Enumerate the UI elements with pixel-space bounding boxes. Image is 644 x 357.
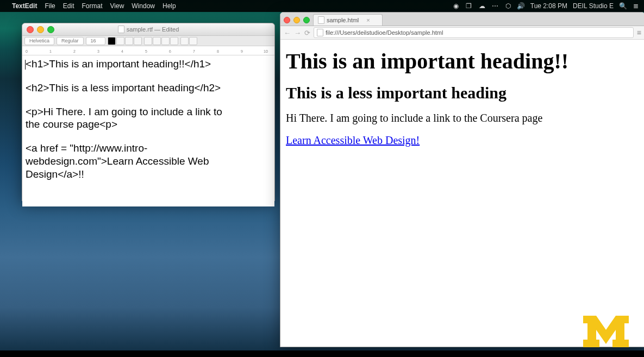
menu-edit[interactable]: Edit [63, 2, 74, 10]
dots-icon[interactable]: ⋯ [491, 2, 499, 10]
code-line: <h2>This is a less important heading</h2… [26, 82, 271, 95]
browser-tab[interactable]: sample.html × [313, 14, 383, 26]
bold-button[interactable] [116, 37, 124, 45]
browser-toolbar: ← → ⟳ file:///Users/deilstudioe/Desktop/… [280, 26, 644, 40]
close-icon[interactable] [284, 17, 290, 23]
code-line: <p>Hi There. I am going to include a lin… [26, 105, 271, 118]
menubar-clock[interactable]: Tue 2:08 PM [530, 2, 567, 10]
menubar-app-name[interactable]: TextEdit [12, 2, 37, 10]
notification-center-icon[interactable]: ≣ [632, 2, 640, 10]
underline-button[interactable] [134, 37, 142, 45]
font-size-select[interactable]: 16 [86, 37, 105, 45]
code-line: <h1>This is an important heading!!</h1> [26, 58, 211, 70]
align-left-button[interactable] [144, 37, 152, 45]
textedit-body[interactable]: <h1>This is an important heading!!</h1> … [22, 55, 274, 206]
zoom-icon[interactable] [303, 17, 310, 23]
page-icon [318, 16, 324, 24]
bottom-edge [0, 350, 644, 357]
spotlight-icon[interactable]: 🔍 [619, 2, 627, 10]
textedit-titlebar[interactable]: sample.rtf — Edited [22, 23, 274, 36]
dropbox-icon[interactable]: ⬡ [504, 2, 512, 10]
display-icon[interactable]: ❐ [465, 2, 473, 10]
browser-window: sample.html × ← → ⟳ file:///Users/deilst… [280, 12, 644, 347]
tab-title: sample.html [327, 17, 359, 23]
record-icon[interactable]: ◉ [452, 2, 460, 10]
tab-close-icon[interactable]: × [366, 17, 370, 23]
menu-window[interactable]: Window [132, 2, 155, 10]
reload-button[interactable]: ⟳ [304, 29, 310, 37]
desktop: TextEdit File Edit Format View Window He… [0, 0, 644, 357]
page-h1: This is an important heading!! [286, 48, 639, 74]
textedit-toolbar: Helvetica Regular 16 [22, 36, 274, 46]
list-button[interactable] [189, 37, 197, 45]
spacing-button[interactable] [180, 37, 189, 45]
menu-view[interactable]: View [110, 2, 124, 10]
volume-icon[interactable]: 🔊 [517, 2, 525, 10]
page-paragraph: Hi There. I am going to include a link t… [286, 112, 639, 124]
menu-help[interactable]: Help [162, 2, 176, 10]
page-link[interactable]: Learn Accessible Web Design! [286, 134, 420, 146]
sync-icon[interactable]: ☁ [478, 2, 486, 10]
align-right-button[interactable] [161, 37, 170, 45]
textedit-ruler[interactable]: 0 1 2 3 4 5 6 7 8 9 10 [22, 46, 274, 55]
michigan-logo-icon [583, 316, 629, 347]
page-icon [317, 29, 323, 36]
italic-button[interactable] [125, 37, 133, 45]
browser-tabbar: sample.html × [280, 12, 644, 26]
font-family-select[interactable]: Helvetica [24, 37, 54, 45]
textedit-title: sample.rtf — Edited [127, 26, 179, 33]
textedit-window: sample.rtf — Edited Helvetica Regular 16 [22, 23, 275, 201]
browser-menu-icon[interactable]: ≡ [637, 28, 641, 37]
address-bar[interactable]: file:///Users/deilstudioe/Desktop/sample… [314, 27, 634, 38]
font-style-select[interactable]: Regular [57, 37, 84, 45]
menu-format[interactable]: Format [82, 2, 102, 10]
minimize-icon[interactable] [293, 17, 300, 23]
color-button[interactable] [108, 37, 116, 45]
code-line: webdesign.com">Learn Accessible Web [26, 155, 271, 168]
code-line: the course page<p> [26, 118, 271, 131]
back-button[interactable]: ← [284, 29, 291, 37]
code-line: Design</a>!! [26, 168, 271, 181]
code-line: <a href = "http://www.intro- [26, 142, 271, 155]
align-center-button[interactable] [153, 37, 161, 45]
browser-viewport: This is an important heading!! This is a… [280, 40, 644, 151]
document-icon [118, 26, 124, 33]
url-text: file:///Users/deilstudioe/Desktop/sample… [326, 29, 443, 36]
menu-file[interactable]: File [45, 2, 55, 10]
menubar-user[interactable]: DEIL Studio E [573, 2, 614, 10]
menubar: TextEdit File Edit Format View Window He… [0, 0, 644, 12]
forward-button[interactable]: → [294, 29, 301, 37]
page-h2: This is a less important heading [286, 84, 639, 102]
align-justify-button[interactable] [170, 37, 178, 45]
